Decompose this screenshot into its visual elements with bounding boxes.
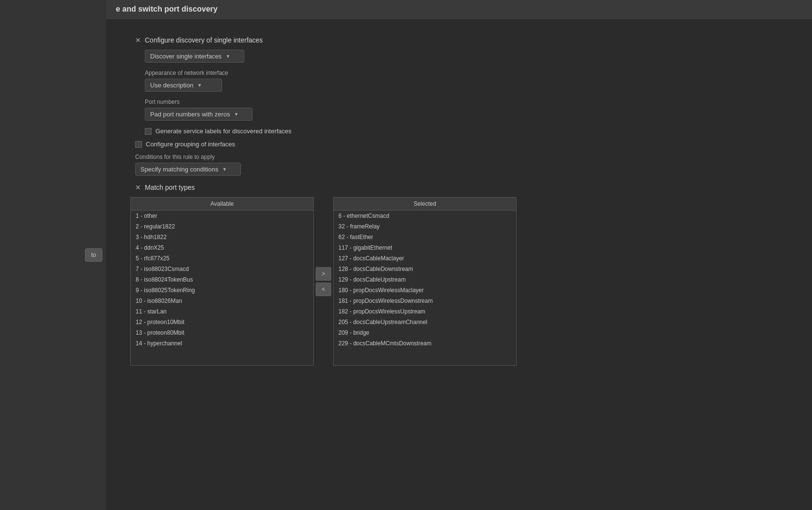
configure-single-label: Configure discovery of single interfaces	[145, 36, 263, 44]
content-area: ✕ Configure discovery of single interfac…	[106, 19, 812, 375]
port-numbers-field: Port numbers Pad port numbers with zeros…	[145, 99, 798, 121]
port-numbers-dropdown-arrow: ▼	[234, 112, 238, 117]
list-item[interactable]: 1 - other	[131, 211, 313, 221]
list-item[interactable]: 14 - hyperchannel	[131, 338, 313, 349]
appearance-dropdown[interactable]: Use description ▼	[145, 79, 222, 92]
selected-list-items[interactable]: 6 - ethernetCsmacd32 - frameRelay62 - fa…	[334, 211, 516, 365]
match-port-types-toggle-icon[interactable]: ✕	[135, 184, 141, 191]
list-item[interactable]: 12 - proteon10Mbit	[131, 317, 313, 327]
port-numbers-dropdown[interactable]: Pad port numbers with zeros ▼	[145, 108, 252, 121]
list-item[interactable]: 13 - proteon80Mbit	[131, 327, 313, 338]
conditions-dropdown-arrow: ▼	[222, 167, 227, 172]
list-item[interactable]: 180 - propDocsWirelessMaclayer	[334, 285, 516, 296]
configure-grouping-label: Configure grouping of interfaces	[146, 141, 235, 148]
sidebar: to	[0, 0, 106, 510]
list-item[interactable]: 229 - docsCableMCmtsDownstream	[334, 338, 516, 349]
list-item[interactable]: 10 - iso88026Man	[131, 296, 313, 306]
port-numbers-dropdown-value: Pad port numbers with zeros	[150, 111, 230, 118]
list-item[interactable]: 182 - propDocsWirelessUpstream	[334, 306, 516, 317]
discover-single-dropdown[interactable]: Discover single interfaces ▼	[145, 50, 244, 63]
configure-grouping-checkbox[interactable]	[135, 141, 142, 148]
generate-service-row: Generate service labels for discovered i…	[145, 128, 798, 135]
appearance-label: Appearance of network interface	[145, 70, 798, 76]
list-item[interactable]: 3 - hdh1822	[131, 232, 313, 242]
appearance-field: Appearance of network interface Use desc…	[145, 70, 798, 92]
available-list-items[interactable]: 1 - other2 - regular18223 - hdh18224 - d…	[131, 211, 313, 365]
generate-service-checkbox[interactable]	[145, 128, 152, 135]
appearance-dropdown-value: Use description	[150, 82, 194, 89]
configure-single-section-header: ✕ Configure discovery of single interfac…	[135, 36, 798, 44]
generate-service-label: Generate service labels for discovered i…	[155, 128, 292, 135]
list-item[interactable]: 32 - frameRelay	[334, 221, 516, 232]
transfer-left-button[interactable]: <	[316, 283, 331, 296]
match-port-types-label: Match port types	[145, 184, 195, 191]
discover-single-field: Discover single interfaces ▼	[145, 50, 798, 63]
list-item[interactable]: 181 - propDocsWirelessDownstream	[334, 296, 516, 306]
available-list-panel: Available 1 - other2 - regular18223 - hd…	[130, 197, 314, 366]
match-port-types-header: ✕ Match port types	[135, 184, 798, 191]
discover-single-dropdown-value: Discover single interfaces	[150, 53, 222, 60]
conditions-dropdown-value: Specify matching conditions	[140, 166, 218, 173]
conditions-field: Conditions for this rule to apply Specif…	[135, 154, 798, 176]
page-title-bar: e and switch port discovery	[106, 0, 812, 19]
available-list-header: Available	[131, 198, 313, 211]
main-content: e and switch port discovery ✕ Configure …	[106, 0, 812, 510]
configure-grouping-row: Configure grouping of interfaces	[135, 141, 798, 148]
transfer-list-container: Available 1 - other2 - regular18223 - hd…	[130, 197, 798, 366]
port-numbers-label: Port numbers	[145, 99, 798, 105]
transfer-buttons: > <	[314, 267, 333, 296]
list-item[interactable]: 5 - rfc877x25	[131, 253, 313, 264]
conditions-label: Conditions for this rule to apply	[135, 154, 798, 160]
list-item[interactable]: 62 - fastEther	[334, 232, 516, 242]
list-item[interactable]: 127 - docsCableMaclayer	[334, 253, 516, 264]
list-item[interactable]: 117 - gigabitEthernet	[334, 242, 516, 253]
configure-single-toggle-icon[interactable]: ✕	[135, 36, 141, 44]
list-item[interactable]: 7 - iso88023Csmacd	[131, 264, 313, 274]
sidebar-button[interactable]: to	[85, 248, 102, 262]
appearance-dropdown-arrow: ▼	[197, 83, 202, 88]
selected-list-panel: Selected 6 - ethernetCsmacd32 - frameRel…	[333, 197, 517, 366]
list-item[interactable]: 129 - docsCableUpstream	[334, 274, 516, 285]
page-title: e and switch port discovery	[116, 5, 218, 13]
list-item[interactable]: 6 - ethernetCsmacd	[334, 211, 516, 221]
list-item[interactable]: 209 - bridge	[334, 327, 516, 338]
list-item[interactable]: 2 - regular1822	[131, 221, 313, 232]
discover-single-dropdown-arrow: ▼	[225, 54, 230, 59]
conditions-dropdown[interactable]: Specify matching conditions ▼	[135, 163, 241, 176]
list-item[interactable]: 4 - ddnX25	[131, 242, 313, 253]
transfer-right-button[interactable]: >	[316, 267, 331, 281]
selected-list-header: Selected	[334, 198, 516, 211]
list-item[interactable]: 205 - docsCableUpstreamChannel	[334, 317, 516, 327]
list-item[interactable]: 128 - docsCableDownstream	[334, 264, 516, 274]
list-item[interactable]: 11 - starLan	[131, 306, 313, 317]
list-item[interactable]: 8 - iso88024TokenBus	[131, 274, 313, 285]
list-item[interactable]: 9 - iso88025TokenRing	[131, 285, 313, 296]
